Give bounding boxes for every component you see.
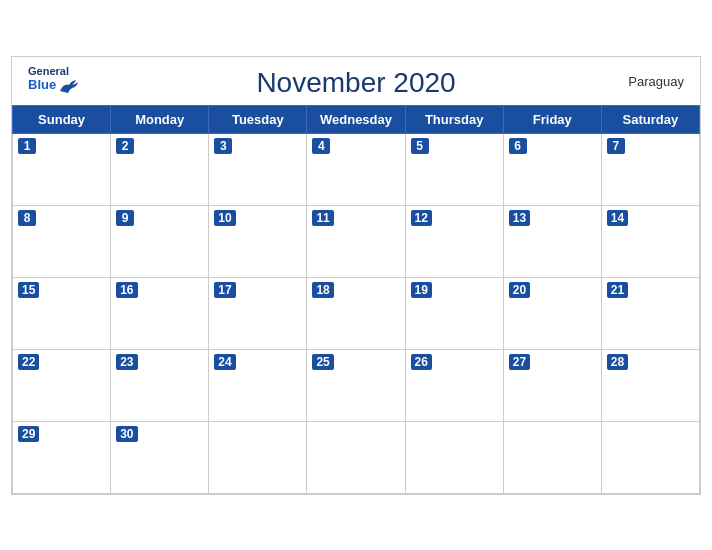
day-number: 9 [116,210,134,226]
day-number: 25 [312,354,333,370]
day-number: 14 [607,210,628,226]
day-number: 13 [509,210,530,226]
day-number: 28 [607,354,628,370]
calendar-day: 11 [307,205,405,277]
calendar-day: 23 [111,349,209,421]
calendar-day: 12 [405,205,503,277]
calendar-day: 6 [503,133,601,205]
week-row-3: 15161718192021 [13,277,700,349]
week-row-5: 2930 [13,421,700,493]
calendar-day: 30 [111,421,209,493]
country-label: Paraguay [628,73,684,88]
day-number: 11 [312,210,333,226]
calendar-day: 25 [307,349,405,421]
day-number: 21 [607,282,628,298]
header-monday: Monday [111,105,209,133]
day-number: 30 [116,426,137,442]
calendar-day [601,421,699,493]
calendar-day: 18 [307,277,405,349]
calendar-day: 20 [503,277,601,349]
calendar-day: 8 [13,205,111,277]
day-number: 5 [411,138,429,154]
day-number: 2 [116,138,134,154]
day-number: 3 [214,138,232,154]
day-number: 7 [607,138,625,154]
day-number: 6 [509,138,527,154]
day-number: 15 [18,282,39,298]
day-number: 23 [116,354,137,370]
day-number: 18 [312,282,333,298]
month-title: November 2020 [256,67,455,99]
logo-area: General Blue [28,65,80,95]
header-thursday: Thursday [405,105,503,133]
day-number: 29 [18,426,39,442]
calendar-day: 9 [111,205,209,277]
day-number: 16 [116,282,137,298]
calendar-day: 2 [111,133,209,205]
day-number: 8 [18,210,36,226]
day-number: 26 [411,354,432,370]
week-row-4: 22232425262728 [13,349,700,421]
day-number: 24 [214,354,235,370]
calendar-day: 19 [405,277,503,349]
logo-general-text: General [28,65,69,77]
calendar-day: 13 [503,205,601,277]
header-wednesday: Wednesday [307,105,405,133]
calendar-day [307,421,405,493]
logo-blue-text: Blue [28,78,56,92]
calendar-day: 1 [13,133,111,205]
calendar-day [405,421,503,493]
calendar-day: 22 [13,349,111,421]
week-row-2: 891011121314 [13,205,700,277]
calendar-day: 21 [601,277,699,349]
calendar-day: 7 [601,133,699,205]
day-number: 4 [312,138,330,154]
calendar-day: 3 [209,133,307,205]
calendar-day [503,421,601,493]
calendar-day: 5 [405,133,503,205]
calendar-header: General Blue November 2020 Paraguay [12,57,700,105]
day-number: 20 [509,282,530,298]
day-number: 19 [411,282,432,298]
calendar-day: 10 [209,205,307,277]
header-sunday: Sunday [13,105,111,133]
calendar-day: 28 [601,349,699,421]
calendar-day: 14 [601,205,699,277]
day-number: 12 [411,210,432,226]
calendar-day: 29 [13,421,111,493]
calendar-thead: Sunday Monday Tuesday Wednesday Thursday… [13,105,700,133]
calendar-container: General Blue November 2020 Paraguay Sund… [11,56,701,495]
day-number: 27 [509,354,530,370]
calendar-day: 24 [209,349,307,421]
calendar-day: 27 [503,349,601,421]
calendar-body: 1234567891011121314151617181920212223242… [13,133,700,493]
day-number: 22 [18,354,39,370]
calendar-day: 26 [405,349,503,421]
calendar-day: 15 [13,277,111,349]
header-tuesday: Tuesday [209,105,307,133]
logo-bird-icon [58,77,80,95]
calendar-day [209,421,307,493]
calendar-day: 16 [111,277,209,349]
day-number: 1 [18,138,36,154]
calendar-table: Sunday Monday Tuesday Wednesday Thursday… [12,105,700,494]
header-friday: Friday [503,105,601,133]
day-number: 17 [214,282,235,298]
calendar-day: 4 [307,133,405,205]
week-row-1: 1234567 [13,133,700,205]
calendar-day: 17 [209,277,307,349]
header-saturday: Saturday [601,105,699,133]
day-number: 10 [214,210,235,226]
weekday-header-row: Sunday Monday Tuesday Wednesday Thursday… [13,105,700,133]
